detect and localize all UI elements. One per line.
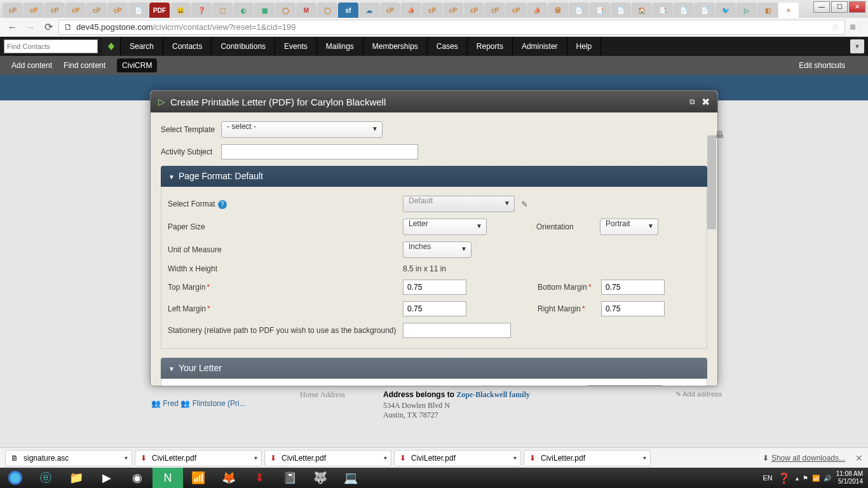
paper-size-dropdown[interactable]: Letter [403, 219, 487, 235]
insert-token-dropdown[interactable]: ✎Insert Token [587, 385, 663, 386]
chrome-icon[interactable]: ◉ [122, 468, 153, 488]
civicrm-shortcut[interactable]: CiviCRM [117, 58, 157, 72]
forward-button[interactable]: → [23, 20, 38, 35]
nav-search[interactable]: Search [121, 37, 163, 56]
browser-tab[interactable]: PDF [149, 3, 170, 18]
unit-of-measure-dropdown[interactable]: Inches [403, 241, 471, 258]
civicrm-logo-icon[interactable] [102, 37, 121, 56]
browser-tab[interactable]: ◐ [233, 3, 254, 18]
window-close-button[interactable]: ✕ [849, 1, 865, 13]
browser-tab[interactable]: cP [3, 3, 23, 18]
address-bar[interactable]: 🗋 dev45.pogstone.com/civicrm/contact/vie… [58, 20, 845, 35]
relationship-list-item[interactable]: 👥 Fred 👥 Flintstone (Pri... [151, 399, 246, 408]
browser-tab[interactable]: ⬚ [212, 3, 233, 18]
putty-icon[interactable]: 💻 [336, 468, 366, 488]
browser-tab[interactable]: cP [65, 3, 86, 18]
bookmark-star-icon[interactable]: ☆ [832, 22, 839, 32]
browser-tab[interactable]: 📑 [590, 3, 610, 18]
find-contacts-input[interactable] [4, 39, 98, 53]
edit-format-icon[interactable]: ✎ [521, 200, 528, 209]
top-margin-input[interactable] [403, 280, 466, 295]
select-template-dropdown[interactable]: - select - [221, 121, 383, 138]
add-address-link[interactable]: ✎ Add address [675, 390, 722, 398]
browser-tab[interactable]: 📄 [569, 3, 589, 18]
wifi-tray-icon[interactable]: 📶 [812, 475, 820, 482]
ie-icon[interactable]: ⓔ [31, 468, 61, 488]
window-maximize-button[interactable]: ☐ [831, 1, 848, 13]
edit-shortcuts-link[interactable]: Edit shortcuts [799, 61, 845, 70]
browser-tab[interactable]: ◯ [317, 3, 337, 18]
browser-tab[interactable]: cP [464, 3, 484, 18]
nav-events[interactable]: Events [275, 37, 317, 56]
volume-tray-icon[interactable]: 🔊 [824, 475, 831, 482]
tray-expand-icon[interactable]: ▴ [796, 475, 799, 482]
stationery-input[interactable] [403, 323, 511, 338]
browser-tab[interactable]: 📄 [611, 3, 631, 18]
close-downloads-bar-button[interactable]: ✕ [855, 453, 863, 463]
browser-tab[interactable]: ⛵ [527, 3, 547, 18]
browser-tab[interactable]: sf [338, 3, 358, 18]
browser-tab[interactable]: ▷ [736, 3, 757, 18]
browser-tab[interactable]: 📑 [653, 3, 673, 18]
browser-tab[interactable]: cP [380, 3, 400, 18]
orientation-dropdown[interactable]: Portrait [600, 219, 658, 235]
browser-tab-active[interactable]: × [778, 3, 799, 18]
nav-reports[interactable]: Reports [468, 37, 513, 56]
browser-tab[interactable]: 🐦 [715, 3, 736, 18]
bottom-margin-input[interactable] [601, 280, 665, 295]
select-format-dropdown[interactable]: Default [403, 196, 515, 212]
browser-tab[interactable]: ❓ [191, 3, 212, 18]
add-content-link[interactable]: Add content [11, 61, 52, 70]
nav-contributions[interactable]: Contributions [212, 37, 275, 56]
browser-tab[interactable]: ◯ [275, 3, 295, 18]
notepad-icon[interactable]: 📓 [275, 468, 305, 488]
help-icon[interactable]: ? [218, 200, 227, 209]
print-icon[interactable]: 🖶 [715, 130, 724, 140]
browser-tab[interactable]: 📄 [128, 3, 149, 18]
scrollbar-thumb[interactable] [707, 135, 716, 229]
network-icon[interactable]: 📶 [183, 468, 214, 488]
show-all-downloads-link[interactable]: Show all downloads... [771, 454, 845, 463]
window-minimize-button[interactable]: — [813, 1, 830, 13]
left-margin-input[interactable] [403, 301, 466, 316]
modal-close-icon[interactable]: ✖ [702, 96, 710, 108]
flag-tray-icon[interactable]: ⚑ [803, 475, 808, 482]
address-owner-link[interactable]: Zope-Blackwell family [456, 390, 530, 399]
download-item[interactable]: ⬇CiviLetter.pdf [264, 450, 391, 466]
browser-tab[interactable]: 🏛 [548, 3, 568, 18]
nav-memberships[interactable]: Memberships [363, 37, 428, 56]
download-item[interactable]: ⬇CiviLetter.pdf [394, 450, 521, 466]
browser-tab[interactable]: cP [44, 3, 65, 18]
nav-contacts[interactable]: Contacts [163, 37, 212, 56]
browser-tab[interactable]: cP [506, 3, 526, 18]
nav-administer[interactable]: Administer [513, 37, 567, 56]
browser-tab[interactable]: cP [485, 3, 505, 18]
nav-mailings[interactable]: Mailings [317, 37, 363, 56]
chrome-menu-button[interactable]: ≡ [845, 20, 860, 35]
find-content-link[interactable]: Find content [64, 61, 105, 70]
browser-tab[interactable]: cP [86, 3, 107, 18]
media-player-icon[interactable]: ▶ [92, 468, 122, 488]
right-margin-input[interactable] [601, 301, 665, 316]
back-button[interactable]: ← [5, 20, 20, 35]
browser-tab[interactable]: M [296, 3, 316, 18]
download-item[interactable]: 🗎signature.asc [5, 450, 132, 466]
your-letter-accordion-header[interactable]: ▼Your Letter [161, 358, 707, 379]
nav-help[interactable]: Help [567, 37, 602, 56]
nav-toggle-button[interactable]: ▼ [850, 39, 864, 53]
page-format-accordion-header[interactable]: ▼Page Format: Default [161, 166, 707, 187]
activity-subject-input[interactable] [221, 144, 418, 159]
reload-button[interactable]: ⟳ [41, 20, 56, 35]
help-tray-icon[interactable]: ❓ [778, 472, 790, 484]
browser-tab[interactable]: 📄 [695, 3, 715, 18]
browser-tab[interactable]: ⛵ [401, 3, 421, 18]
browser-tab[interactable]: 📄 [674, 3, 694, 18]
browser-tab[interactable]: cP [422, 3, 442, 18]
app-icon[interactable]: N [153, 468, 183, 488]
browser-tab[interactable]: cP [107, 3, 128, 18]
explorer-icon[interactable]: 📁 [61, 468, 92, 488]
start-button[interactable] [0, 468, 31, 488]
adobe-icon[interactable]: ⬇ [244, 468, 275, 488]
browser-tab[interactable]: ◧ [757, 3, 778, 18]
firefox-icon[interactable]: 🦊 [214, 468, 244, 488]
